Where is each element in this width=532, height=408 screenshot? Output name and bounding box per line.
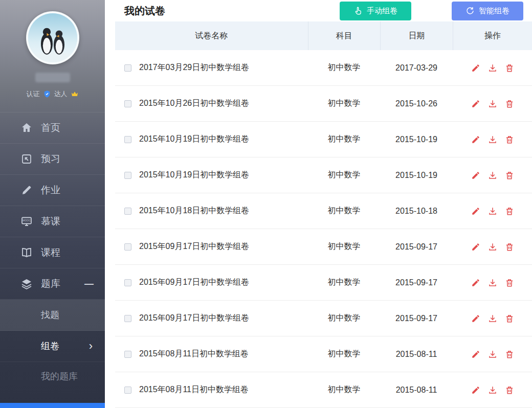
delete-icon[interactable] bbox=[505, 278, 514, 287]
row-actions bbox=[453, 386, 532, 395]
paper-name-cell: 2015年10月26日初中数学组卷 bbox=[115, 98, 308, 109]
row-checkbox[interactable] bbox=[124, 243, 131, 251]
edit-icon[interactable] bbox=[471, 350, 480, 359]
delete-icon[interactable] bbox=[505, 350, 514, 359]
sidebar-item-label: 课程 bbox=[41, 246, 60, 259]
submenu-item-label: 组卷 bbox=[41, 340, 59, 352]
download-icon[interactable] bbox=[488, 386, 497, 395]
avatar[interactable] bbox=[26, 11, 79, 64]
row-actions bbox=[453, 63, 532, 73]
download-icon[interactable] bbox=[488, 99, 497, 108]
paper-name: 2015年08月11日初中数学组卷 bbox=[139, 349, 249, 359]
download-icon[interactable] bbox=[488, 350, 497, 359]
sidebar-bottom-strip[interactable] bbox=[0, 403, 105, 408]
paper-subject: 初中数学 bbox=[308, 134, 380, 145]
edit-icon[interactable] bbox=[471, 278, 480, 287]
paper-name-cell: 2015年10月19日初中数学组卷 bbox=[115, 170, 308, 180]
preview-icon bbox=[20, 153, 33, 165]
edit-icon[interactable] bbox=[471, 207, 480, 216]
sidebar-item-question-bank[interactable]: 题库 — bbox=[0, 268, 105, 299]
download-icon[interactable] bbox=[488, 278, 497, 287]
sidebar-item-label: 首页 bbox=[41, 121, 60, 134]
smart-compose-button[interactable]: 智能组卷 bbox=[452, 2, 523, 20]
row-checkbox[interactable] bbox=[124, 351, 131, 358]
paper-name: 2015年08月11日初中数学组卷 bbox=[139, 384, 249, 395]
user-name-blurred bbox=[35, 73, 70, 82]
delete-icon[interactable] bbox=[505, 135, 514, 144]
submenu-item-compose-paper[interactable]: 组卷 › bbox=[0, 331, 105, 362]
submenu-item-label: 找题 bbox=[41, 309, 59, 321]
paper-name: 2015年09月17日初中数学组卷 bbox=[139, 277, 249, 288]
collapse-minus-icon[interactable]: — bbox=[84, 279, 94, 289]
table-row: 2015年08月11日初中数学组卷 初中数学 2015-08-11 bbox=[115, 336, 532, 372]
layers-icon bbox=[20, 278, 33, 290]
download-icon[interactable] bbox=[488, 314, 497, 323]
content-header: 我的试卷 手动组卷 智能组卷 bbox=[105, 0, 532, 21]
sidebar-item-course[interactable]: 课程 bbox=[0, 237, 105, 268]
delete-icon[interactable] bbox=[505, 99, 514, 108]
delete-icon[interactable] bbox=[505, 171, 514, 180]
row-actions bbox=[453, 350, 532, 359]
row-actions bbox=[453, 278, 532, 287]
question-bank-submenu: 找题 组卷 › 我的题库 bbox=[0, 299, 105, 391]
sidebar-item-mooc[interactable]: MOOC 慕课 bbox=[0, 206, 105, 237]
home-icon bbox=[20, 122, 33, 134]
edit-icon[interactable] bbox=[471, 314, 480, 323]
mooc-monitor-icon: MOOC bbox=[20, 215, 33, 228]
row-checkbox[interactable] bbox=[124, 315, 131, 322]
paper-name-cell: 2015年08月11日初中数学组卷 bbox=[115, 349, 308, 359]
row-checkbox[interactable] bbox=[124, 387, 131, 394]
column-header-subject: 科目 bbox=[308, 21, 380, 50]
row-checkbox[interactable] bbox=[124, 172, 131, 179]
manual-compose-label: 手动组卷 bbox=[367, 6, 397, 16]
row-checkbox[interactable] bbox=[124, 208, 131, 215]
paper-subject: 初中数学 bbox=[308, 98, 380, 109]
row-checkbox[interactable] bbox=[124, 136, 131, 143]
pen-icon bbox=[20, 184, 33, 196]
table-row: 2015年10月26日初中数学组卷 初中数学 2015-10-26 bbox=[115, 86, 532, 122]
paper-date: 2015-09-17 bbox=[380, 242, 453, 252]
row-checkbox[interactable] bbox=[124, 279, 131, 286]
download-icon[interactable] bbox=[488, 171, 497, 180]
edit-icon[interactable] bbox=[471, 135, 480, 144]
submenu-item-label: 我的题库 bbox=[41, 370, 78, 382]
edit-icon[interactable] bbox=[471, 63, 480, 73]
delete-icon[interactable] bbox=[505, 242, 514, 252]
sidebar-item-homework[interactable]: 作业 bbox=[0, 174, 105, 206]
column-header-date: 日期 bbox=[380, 21, 453, 50]
paper-name: 2015年09月17日初中数学组卷 bbox=[139, 313, 249, 324]
download-icon[interactable] bbox=[488, 135, 497, 144]
manual-compose-button[interactable]: 手动组卷 bbox=[340, 2, 411, 20]
penguin-avatar-image bbox=[28, 13, 77, 62]
table-row: 2015年10月19日初中数学组卷 初中数学 2015-10-19 bbox=[115, 122, 532, 157]
submenu-item-find-questions[interactable]: 找题 bbox=[0, 300, 105, 331]
edit-icon[interactable] bbox=[471, 99, 480, 108]
edit-icon[interactable] bbox=[471, 386, 480, 395]
row-checkbox[interactable] bbox=[124, 100, 131, 107]
delete-icon[interactable] bbox=[505, 207, 514, 216]
row-actions bbox=[453, 314, 532, 323]
talent-crown-icon bbox=[71, 90, 79, 98]
sidebar-item-preview[interactable]: 预习 bbox=[0, 143, 105, 174]
column-header-name: 试卷名称 bbox=[115, 21, 308, 50]
paper-name: 2015年10月19日初中数学组卷 bbox=[139, 170, 249, 180]
paper-date: 2015-10-18 bbox=[380, 207, 453, 216]
edit-icon[interactable] bbox=[471, 242, 480, 252]
download-icon[interactable] bbox=[488, 63, 497, 73]
sidebar-item-home[interactable]: 首页 bbox=[0, 112, 105, 143]
table-row: 2015年10月18日初中数学组卷 初中数学 2015-10-18 bbox=[115, 193, 532, 229]
row-checkbox[interactable] bbox=[124, 64, 131, 72]
delete-icon[interactable] bbox=[505, 386, 514, 395]
delete-icon[interactable] bbox=[505, 314, 514, 323]
edit-icon[interactable] bbox=[471, 171, 480, 180]
paper-name: 2017年03月29日初中数学组卷 bbox=[139, 62, 249, 73]
header-buttons: 手动组卷 智能组卷 bbox=[340, 2, 523, 20]
cert-label: 认证 bbox=[27, 89, 40, 99]
delete-icon[interactable] bbox=[505, 63, 514, 73]
download-icon[interactable] bbox=[488, 207, 497, 216]
submenu-item-my-question-bank[interactable]: 我的题库 bbox=[0, 362, 105, 391]
sidebar-item-label: 作业 bbox=[41, 184, 60, 197]
download-icon[interactable] bbox=[488, 242, 497, 252]
smart-compose-label: 智能组卷 bbox=[479, 6, 509, 16]
paper-subject: 初中数学 bbox=[308, 349, 380, 359]
